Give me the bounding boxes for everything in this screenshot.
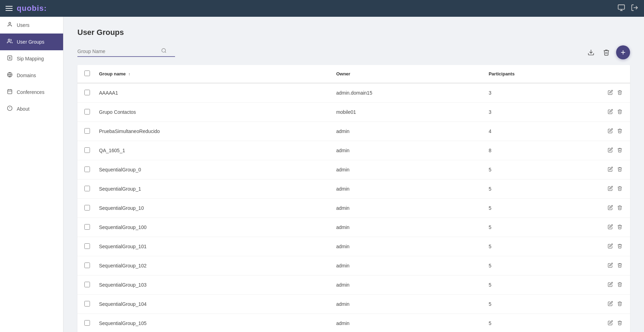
delete-button[interactable]	[616, 184, 624, 193]
select-all-checkbox[interactable]	[84, 71, 90, 76]
table-row: Grupo Contactos mobile01 3	[77, 103, 630, 122]
row-checkbox[interactable]	[84, 90, 90, 95]
row-checkbox[interactable]	[84, 243, 90, 249]
topbar-left: quobis:	[6, 4, 47, 13]
sidebar-item-users[interactable]: Users	[0, 17, 63, 34]
row-actions	[602, 122, 630, 141]
topbar: quobis:	[0, 0, 644, 17]
search-input[interactable]	[77, 49, 161, 54]
edit-button[interactable]	[606, 300, 614, 309]
hamburger-menu[interactable]	[6, 6, 13, 11]
edit-button[interactable]	[606, 204, 614, 213]
sidebar-item-sip-mapping[interactable]: Sip Mapping	[0, 50, 63, 67]
edit-button[interactable]	[606, 223, 614, 232]
edit-button[interactable]	[606, 165, 614, 174]
users-icon	[7, 22, 13, 29]
row-check-cell	[77, 83, 95, 103]
row-group-name: AAAAA1	[95, 83, 332, 103]
sort-arrow-icon: ↑	[128, 72, 130, 76]
page-title: User Groups	[77, 28, 630, 37]
row-group-name: SequentialGroup_102	[95, 256, 332, 275]
delete-button[interactable]	[616, 204, 624, 213]
row-checkbox[interactable]	[84, 320, 90, 326]
table-header-row: Group name ↑ Owner Participants	[77, 65, 630, 83]
delete-button[interactable]	[616, 280, 624, 289]
download-button[interactable]	[585, 47, 597, 58]
row-checkbox[interactable]	[84, 147, 90, 153]
add-group-button[interactable]: +	[616, 45, 630, 59]
row-participants: 5	[484, 256, 602, 275]
edit-button[interactable]	[606, 127, 614, 136]
edit-button[interactable]	[606, 319, 614, 328]
delete-button[interactable]	[616, 88, 624, 97]
group-name-label: Group name	[99, 71, 126, 76]
row-group-name: PruebaSimultaneoReducido	[95, 122, 332, 141]
row-check-cell	[77, 218, 95, 237]
row-participants: 5	[484, 179, 602, 199]
content-area: User Groups	[63, 17, 644, 332]
screen-share-icon[interactable]	[618, 4, 625, 13]
row-checkbox[interactable]	[84, 263, 90, 268]
search-icon[interactable]	[161, 48, 167, 55]
delete-button[interactable]	[616, 223, 624, 232]
delete-button[interactable]	[616, 127, 624, 136]
edit-button[interactable]	[606, 88, 614, 97]
table-row: PruebaSimultaneoReducido admin 4	[77, 122, 630, 141]
row-owner: admin	[332, 141, 484, 160]
row-participants: 4	[484, 122, 602, 141]
plus-icon: +	[621, 47, 626, 57]
row-group-name: QA_1605_1	[95, 141, 332, 160]
row-checkbox[interactable]	[84, 205, 90, 211]
row-check-cell	[77, 141, 95, 160]
row-checkbox[interactable]	[84, 224, 90, 230]
edit-button[interactable]	[606, 146, 614, 155]
row-check-cell	[77, 314, 95, 332]
header-participants: Participants	[484, 65, 602, 83]
delete-button[interactable]	[616, 319, 624, 328]
row-checkbox[interactable]	[84, 186, 90, 191]
edit-button[interactable]	[606, 184, 614, 193]
edit-button[interactable]	[606, 261, 614, 270]
row-actions	[602, 199, 630, 217]
sidebar-item-domains[interactable]: Domains	[0, 67, 63, 84]
table-body: AAAAA1 admin.domain15 3	[77, 83, 630, 332]
row-participants: 5	[484, 199, 602, 218]
row-owner: admin	[332, 122, 484, 141]
table-row: SequentialGroup_10 admin 5	[77, 199, 630, 218]
delete-button[interactable]	[616, 242, 624, 251]
bulk-delete-button[interactable]	[601, 47, 612, 58]
row-check-cell	[77, 103, 95, 122]
row-group-name: SequentialGroup_103	[95, 275, 332, 295]
delete-button[interactable]	[616, 261, 624, 270]
delete-button[interactable]	[616, 146, 624, 155]
action-buttons: +	[585, 45, 630, 59]
row-owner: admin	[332, 237, 484, 256]
header-group-name[interactable]: Group name ↑	[95, 65, 332, 83]
row-checkbox[interactable]	[84, 109, 90, 115]
domains-icon	[7, 72, 13, 79]
table-row: SequentialGroup_102 admin 5	[77, 256, 630, 275]
sidebar-item-user-groups[interactable]: User Groups	[0, 34, 63, 50]
row-participants: 5	[484, 218, 602, 237]
row-checkbox[interactable]	[84, 128, 90, 134]
row-owner: mobile01	[332, 103, 484, 122]
row-check-cell	[77, 199, 95, 218]
delete-button[interactable]	[616, 300, 624, 309]
row-actions	[602, 275, 630, 294]
delete-button[interactable]	[616, 165, 624, 174]
row-actions	[602, 83, 630, 102]
row-owner: admin	[332, 179, 484, 199]
sidebar-item-conferences[interactable]: Conferences	[0, 84, 63, 101]
row-participants: 5	[484, 314, 602, 332]
table-row: AAAAA1 admin.domain15 3	[77, 83, 630, 103]
delete-button[interactable]	[616, 108, 624, 117]
sidebar-item-about[interactable]: About	[0, 101, 63, 117]
row-checkbox[interactable]	[84, 167, 90, 172]
edit-button[interactable]	[606, 280, 614, 289]
svg-rect-0	[618, 5, 624, 9]
logout-icon[interactable]	[631, 4, 638, 13]
edit-button[interactable]	[606, 108, 614, 117]
row-checkbox[interactable]	[84, 282, 90, 287]
edit-button[interactable]	[606, 242, 614, 251]
row-checkbox[interactable]	[84, 301, 90, 307]
